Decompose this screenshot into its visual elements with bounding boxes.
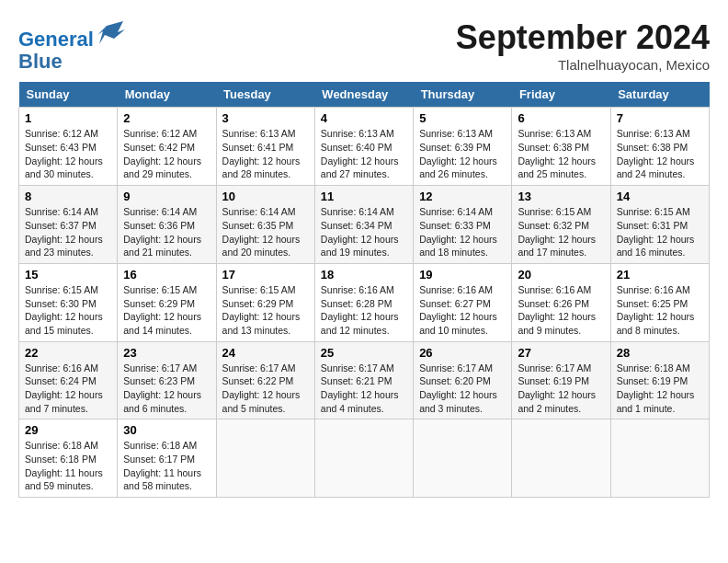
calendar-cell: 10Sunrise: 6:14 AM Sunset: 6:35 PM Dayli…	[216, 186, 314, 264]
day-info: Sunrise: 6:14 AM Sunset: 6:33 PM Dayligh…	[419, 205, 506, 259]
day-number: 23	[123, 346, 210, 360]
day-info: Sunrise: 6:15 AM Sunset: 6:32 PM Dayligh…	[518, 205, 604, 259]
column-header-friday: Friday	[512, 82, 610, 108]
calendar-cell: 27Sunrise: 6:17 AM Sunset: 6:19 PM Dayli…	[512, 341, 610, 419]
logo-general: General	[18, 28, 94, 51]
calendar-cell: 15Sunrise: 6:15 AM Sunset: 6:30 PM Dayli…	[19, 263, 118, 341]
month-year-title: September 2024	[456, 18, 710, 57]
day-number: 13	[518, 190, 604, 203]
day-info: Sunrise: 6:17 AM Sunset: 6:23 PM Dayligh…	[123, 362, 210, 416]
day-info: Sunrise: 6:14 AM Sunset: 6:34 PM Dayligh…	[321, 205, 407, 259]
day-number: 4	[321, 111, 407, 125]
calendar-cell: 17Sunrise: 6:15 AM Sunset: 6:29 PM Dayli…	[216, 263, 314, 341]
calendar-cell: 16Sunrise: 6:15 AM Sunset: 6:29 PM Dayli…	[118, 263, 216, 341]
day-number: 16	[123, 268, 210, 282]
day-number: 6	[518, 111, 604, 125]
day-info: Sunrise: 6:17 AM Sunset: 6:22 PM Dayligh…	[222, 362, 309, 416]
day-number: 9	[123, 190, 210, 203]
title-block: September 2024 Tlalnelhuayocan, Mexico	[456, 18, 710, 73]
column-header-tuesday: Tuesday	[216, 82, 314, 108]
day-number: 10	[222, 190, 309, 203]
day-info: Sunrise: 6:13 AM Sunset: 6:38 PM Dayligh…	[518, 127, 604, 181]
day-info: Sunrise: 6:15 AM Sunset: 6:29 PM Dayligh…	[222, 283, 309, 338]
calendar-cell	[216, 419, 314, 498]
location-subtitle: Tlalnelhuayocan, Mexico	[456, 57, 710, 73]
day-number: 29	[25, 423, 111, 437]
day-info: Sunrise: 6:13 AM Sunset: 6:40 PM Dayligh…	[321, 127, 407, 181]
calendar-cell: 29Sunrise: 6:18 AM Sunset: 6:18 PM Dayli…	[19, 419, 118, 498]
calendar-cell: 28Sunrise: 6:18 AM Sunset: 6:19 PM Dayli…	[610, 341, 709, 419]
day-number: 25	[321, 346, 407, 360]
calendar-cell: 19Sunrise: 6:16 AM Sunset: 6:27 PM Dayli…	[414, 263, 512, 341]
calendar-cell: 8Sunrise: 6:14 AM Sunset: 6:37 PM Daylig…	[19, 186, 118, 264]
day-number: 26	[419, 346, 506, 360]
calendar-cell: 30Sunrise: 6:18 AM Sunset: 6:17 PM Dayli…	[118, 419, 216, 498]
day-number: 15	[25, 268, 111, 282]
day-number: 21	[617, 268, 703, 282]
day-info: Sunrise: 6:14 AM Sunset: 6:37 PM Dayligh…	[25, 205, 111, 259]
calendar-cell: 7Sunrise: 6:13 AM Sunset: 6:38 PM Daylig…	[610, 108, 709, 186]
day-number: 5	[419, 111, 506, 125]
day-info: Sunrise: 6:16 AM Sunset: 6:27 PM Dayligh…	[419, 283, 506, 338]
calendar-week-row: 8Sunrise: 6:14 AM Sunset: 6:37 PM Daylig…	[19, 186, 710, 264]
day-number: 11	[321, 190, 407, 203]
day-number: 30	[123, 423, 210, 437]
calendar-cell	[314, 419, 413, 498]
calendar-cell: 11Sunrise: 6:14 AM Sunset: 6:34 PM Dayli…	[314, 186, 413, 264]
calendar-body: 1Sunrise: 6:12 AM Sunset: 6:43 PM Daylig…	[19, 108, 710, 498]
day-info: Sunrise: 6:13 AM Sunset: 6:38 PM Dayligh…	[617, 127, 703, 181]
calendar-header-row: SundayMondayTuesdayWednesdayThursdayFrid…	[19, 82, 710, 108]
calendar-week-row: 22Sunrise: 6:16 AM Sunset: 6:24 PM Dayli…	[19, 341, 710, 419]
day-number: 27	[518, 346, 604, 360]
day-number: 3	[222, 111, 309, 125]
day-number: 19	[419, 268, 506, 282]
day-number: 1	[25, 111, 111, 125]
day-info: Sunrise: 6:17 AM Sunset: 6:20 PM Dayligh…	[419, 362, 506, 416]
calendar-cell: 1Sunrise: 6:12 AM Sunset: 6:43 PM Daylig…	[19, 108, 118, 186]
column-header-wednesday: Wednesday	[314, 82, 413, 108]
day-number: 12	[419, 190, 506, 203]
day-number: 18	[321, 268, 407, 282]
logo-bird-icon	[97, 18, 125, 46]
calendar-week-row: 1Sunrise: 6:12 AM Sunset: 6:43 PM Daylig…	[19, 108, 710, 186]
svg-marker-0	[97, 21, 125, 44]
calendar-week-row: 15Sunrise: 6:15 AM Sunset: 6:30 PM Dayli…	[19, 263, 710, 341]
calendar-cell: 9Sunrise: 6:14 AM Sunset: 6:36 PM Daylig…	[118, 186, 216, 264]
calendar-cell: 22Sunrise: 6:16 AM Sunset: 6:24 PM Dayli…	[19, 341, 118, 419]
logo-blue: Blue	[18, 50, 63, 73]
day-info: Sunrise: 6:16 AM Sunset: 6:24 PM Dayligh…	[25, 362, 111, 416]
calendar-cell	[610, 419, 709, 498]
day-info: Sunrise: 6:12 AM Sunset: 6:43 PM Dayligh…	[25, 127, 111, 181]
day-info: Sunrise: 6:13 AM Sunset: 6:39 PM Dayligh…	[419, 127, 506, 181]
calendar-cell: 12Sunrise: 6:14 AM Sunset: 6:33 PM Dayli…	[414, 186, 512, 264]
calendar-cell	[414, 419, 512, 498]
day-info: Sunrise: 6:15 AM Sunset: 6:29 PM Dayligh…	[123, 283, 210, 338]
day-info: Sunrise: 6:16 AM Sunset: 6:26 PM Dayligh…	[518, 283, 604, 338]
day-number: 22	[25, 346, 111, 360]
day-info: Sunrise: 6:17 AM Sunset: 6:21 PM Dayligh…	[321, 362, 407, 416]
calendar-cell: 2Sunrise: 6:12 AM Sunset: 6:42 PM Daylig…	[118, 108, 216, 186]
day-info: Sunrise: 6:13 AM Sunset: 6:41 PM Dayligh…	[222, 127, 309, 181]
logo: General Blue	[18, 18, 125, 73]
day-info: Sunrise: 6:14 AM Sunset: 6:35 PM Dayligh…	[222, 205, 309, 259]
day-info: Sunrise: 6:16 AM Sunset: 6:28 PM Dayligh…	[321, 283, 407, 338]
calendar-cell: 24Sunrise: 6:17 AM Sunset: 6:22 PM Dayli…	[216, 341, 314, 419]
day-number: 20	[518, 268, 604, 282]
calendar-table: SundayMondayTuesdayWednesdayThursdayFrid…	[18, 82, 710, 498]
calendar-cell: 18Sunrise: 6:16 AM Sunset: 6:28 PM Dayli…	[314, 263, 413, 341]
day-number: 7	[617, 111, 703, 125]
day-number: 2	[123, 111, 210, 125]
calendar-cell: 23Sunrise: 6:17 AM Sunset: 6:23 PM Dayli…	[118, 341, 216, 419]
day-number: 14	[617, 190, 703, 203]
day-number: 24	[222, 346, 309, 360]
calendar-cell: 21Sunrise: 6:16 AM Sunset: 6:25 PM Dayli…	[610, 263, 709, 341]
calendar-cell: 26Sunrise: 6:17 AM Sunset: 6:20 PM Dayli…	[414, 341, 512, 419]
day-number: 28	[617, 346, 703, 360]
calendar-cell: 25Sunrise: 6:17 AM Sunset: 6:21 PM Dayli…	[314, 341, 413, 419]
day-info: Sunrise: 6:14 AM Sunset: 6:36 PM Dayligh…	[123, 205, 210, 259]
calendar-cell: 13Sunrise: 6:15 AM Sunset: 6:32 PM Dayli…	[512, 186, 610, 264]
calendar-cell: 5Sunrise: 6:13 AM Sunset: 6:39 PM Daylig…	[414, 108, 512, 186]
calendar-cell: 14Sunrise: 6:15 AM Sunset: 6:31 PM Dayli…	[610, 186, 709, 264]
day-info: Sunrise: 6:12 AM Sunset: 6:42 PM Dayligh…	[123, 127, 210, 181]
column-header-sunday: Sunday	[19, 82, 118, 108]
